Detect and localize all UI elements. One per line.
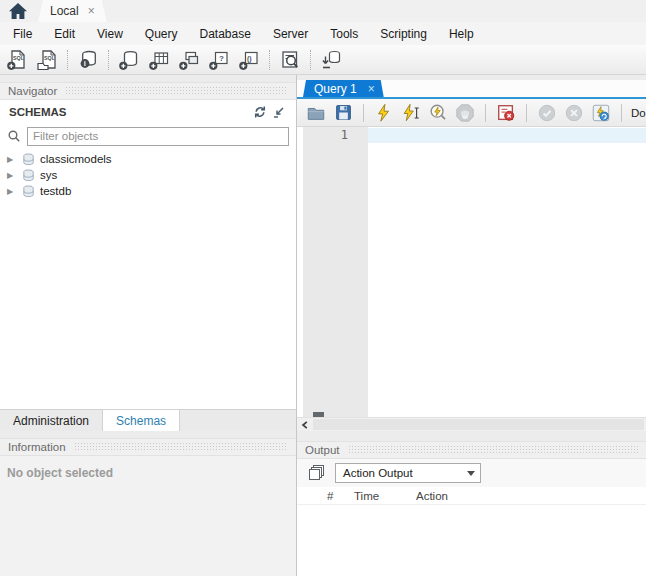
expand-arrow-icon[interactable]: ▶ bbox=[7, 155, 17, 164]
new-function-icon[interactable]: () bbox=[236, 47, 262, 73]
toolbar-separator bbox=[67, 50, 68, 70]
output-toolbar: Action Output bbox=[297, 459, 646, 487]
scrollbar-thumb[interactable] bbox=[313, 419, 644, 430]
no-object-selected-text: No object selected bbox=[7, 466, 113, 480]
connection-tab-local[interactable]: Local × bbox=[38, 0, 107, 22]
header-dotted-fill bbox=[348, 445, 638, 455]
menu-scripting[interactable]: Scripting bbox=[369, 27, 438, 41]
filter-objects-input[interactable] bbox=[27, 127, 289, 146]
line-number: 1 bbox=[341, 128, 348, 142]
menu-help[interactable]: Help bbox=[438, 27, 485, 41]
menu-database[interactable]: Database bbox=[189, 27, 262, 41]
menu-bar: File Edit View Query Database Server Too… bbox=[0, 22, 646, 45]
output-view-selector-value: Action Output bbox=[343, 467, 413, 479]
toolbar-separator bbox=[269, 50, 270, 70]
database-info-icon[interactable]: i bbox=[75, 47, 101, 73]
editor-tab-strip: Query 1 × bbox=[297, 75, 646, 99]
main-area: Navigator SCHEMAS ▶ bbox=[0, 75, 646, 576]
panel-gap bbox=[297, 431, 646, 441]
splitter-grip[interactable] bbox=[313, 412, 324, 417]
connection-tab-close-icon[interactable]: × bbox=[88, 5, 95, 17]
output-grid-header: # Time Action bbox=[297, 487, 646, 505]
output-stacked-pages-icon bbox=[309, 465, 325, 481]
main-toolbar: SQL SQL i ? () bbox=[0, 45, 646, 75]
explain-plan-icon[interactable] bbox=[427, 102, 449, 124]
menu-edit[interactable]: Edit bbox=[43, 27, 86, 41]
scroll-left-arrow-icon[interactable] bbox=[297, 418, 313, 431]
panel-gap bbox=[0, 431, 296, 438]
schema-item-classicmodels[interactable]: ▶ classicmodels bbox=[0, 151, 296, 167]
header-dotted-fill bbox=[74, 442, 288, 452]
query-tab-close-icon[interactable]: × bbox=[368, 83, 375, 95]
home-tab-button[interactable] bbox=[0, 0, 36, 22]
new-view-icon[interactable] bbox=[176, 47, 202, 73]
tab-query-1[interactable]: Query 1 × bbox=[303, 80, 384, 97]
information-header-label: Information bbox=[8, 441, 66, 453]
schemas-section-title: SCHEMAS bbox=[9, 106, 251, 118]
new-procedure-icon[interactable]: ? bbox=[206, 47, 232, 73]
svg-text:SQL: SQL bbox=[13, 54, 25, 60]
rollback-icon[interactable] bbox=[563, 102, 585, 124]
reconnect-dbms-icon[interactable] bbox=[318, 47, 344, 73]
sql-editor-panel: Query 1 × bbox=[297, 75, 646, 576]
filter-row bbox=[0, 124, 296, 148]
svg-text:?: ? bbox=[219, 54, 224, 63]
column-header-action[interactable]: Action bbox=[416, 490, 448, 502]
schema-icon bbox=[22, 185, 35, 198]
schema-item-testdb[interactable]: ▶ testdb bbox=[0, 183, 296, 199]
toolbar-separator bbox=[363, 104, 364, 122]
save-script-icon[interactable] bbox=[332, 102, 354, 124]
new-schema-icon[interactable] bbox=[116, 47, 142, 73]
mysql-workbench-window: Local × File Edit View Query Database Se… bbox=[0, 0, 646, 576]
home-icon bbox=[8, 2, 28, 20]
open-sql-file-icon[interactable]: SQL bbox=[34, 47, 60, 73]
row-limit-dropdown[interactable]: Don't Li bbox=[631, 107, 646, 119]
menu-tools[interactable]: Tools bbox=[319, 27, 369, 41]
query-tab-label: Query 1 bbox=[314, 82, 357, 96]
collapse-panel-icon[interactable] bbox=[269, 104, 287, 120]
schema-item-sys[interactable]: ▶ sys bbox=[0, 167, 296, 183]
menu-view[interactable]: View bbox=[86, 27, 134, 41]
schema-name: classicmodels bbox=[40, 153, 112, 165]
new-sql-tab-icon[interactable]: SQL bbox=[4, 47, 30, 73]
schema-name: sys bbox=[40, 169, 57, 181]
information-header: Information bbox=[0, 438, 296, 456]
column-header-time[interactable]: Time bbox=[354, 490, 416, 502]
toolbar-separator bbox=[526, 104, 527, 122]
toggle-autocommit-icon[interactable] bbox=[590, 102, 612, 124]
open-script-icon[interactable] bbox=[305, 102, 327, 124]
svg-text:SQL: SQL bbox=[44, 54, 56, 60]
refresh-schemas-icon[interactable] bbox=[251, 104, 269, 120]
tab-administration[interactable]: Administration bbox=[0, 410, 102, 431]
expand-arrow-icon[interactable]: ▶ bbox=[7, 171, 17, 180]
search-objects-icon[interactable] bbox=[277, 47, 303, 73]
execute-script-icon[interactable] bbox=[373, 102, 395, 124]
query-toolbar: Don't Li bbox=[297, 99, 646, 127]
toggle-stop-on-error-icon[interactable] bbox=[495, 102, 517, 124]
chevron-down-icon bbox=[467, 471, 475, 476]
tab-schemas[interactable]: Schemas bbox=[102, 410, 180, 431]
commit-icon[interactable] bbox=[536, 102, 558, 124]
toolbar-separator bbox=[621, 104, 622, 122]
editor-text-area[interactable] bbox=[368, 127, 646, 417]
stop-execution-icon[interactable] bbox=[454, 102, 476, 124]
expand-arrow-icon[interactable]: ▶ bbox=[7, 187, 17, 196]
horizontal-scrollbar[interactable] bbox=[297, 417, 646, 431]
column-header-number[interactable]: # bbox=[327, 490, 354, 502]
output-grid-body bbox=[297, 505, 646, 576]
navigator-panel: Navigator SCHEMAS ▶ bbox=[0, 75, 297, 576]
menu-server[interactable]: Server bbox=[262, 27, 319, 41]
output-view-selector[interactable]: Action Output bbox=[335, 463, 481, 483]
execute-current-statement-icon[interactable] bbox=[400, 102, 422, 124]
new-table-icon[interactable] bbox=[146, 47, 172, 73]
schema-name: testdb bbox=[40, 185, 71, 197]
header-dotted-fill bbox=[65, 86, 288, 96]
menu-query[interactable]: Query bbox=[134, 27, 189, 41]
line-number-gutter: 1 bbox=[303, 127, 368, 417]
menu-file[interactable]: File bbox=[2, 27, 43, 41]
toolbar-separator bbox=[485, 104, 486, 122]
svg-text:i: i bbox=[84, 59, 86, 68]
schema-icon bbox=[22, 153, 35, 166]
navigator-header: Navigator bbox=[0, 82, 296, 100]
sql-editor[interactable]: 1 bbox=[297, 127, 646, 417]
